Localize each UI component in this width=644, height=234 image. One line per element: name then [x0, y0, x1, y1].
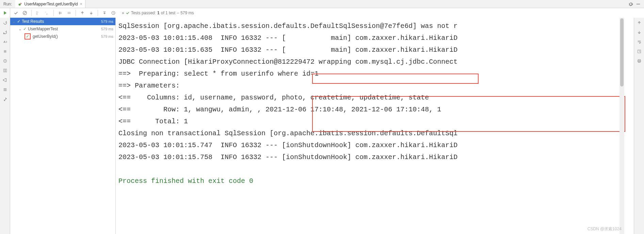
svg-rect-17 [3, 91, 6, 91]
svg-point-0 [19, 3, 21, 5]
tree-item-duration: 579 ms [101, 27, 113, 31]
svg-line-3 [24, 12, 26, 14]
svg-rect-15 [3, 89, 6, 89]
print-button[interactable] [635, 57, 643, 65]
stop-button[interactable] [1, 48, 9, 55]
run-tool-label: Run: [0, 2, 15, 6]
history-button[interactable] [110, 9, 117, 17]
tab-title: UserMapperTest.getUserById [24, 2, 78, 6]
scroll-end-button[interactable] [635, 48, 643, 55]
minimize-icon[interactable] [636, 2, 641, 6]
more-button[interactable] [1, 86, 9, 93]
check-icon: ✓ [26, 34, 29, 39]
console-text: creating a new SqlSession SqlSession [or… [118, 18, 457, 161]
svg-text:z: z [46, 13, 47, 15]
svg-rect-18 [638, 50, 641, 53]
svg-rect-14 [5, 69, 6, 72]
check-icon: ✓ [23, 27, 27, 31]
svg-text:9: 9 [36, 13, 38, 15]
chevron-down-icon: ⌄ [12, 19, 16, 24]
right-gutter [634, 18, 644, 234]
run-tab[interactable]: UserMapperTest.getUserById × [15, 0, 85, 8]
gear-icon[interactable] [628, 2, 633, 6]
test-status: » Tests passed: 1 of 1 test – 579 ms [122, 11, 194, 15]
tree-item-label: getUserById() [33, 34, 58, 39]
rerun-failed-button[interactable] [1, 29, 9, 36]
toolbar-row: 1↓9 ↓z » Tests passed: 1 of 1 test – 579… [0, 8, 644, 18]
svg-rect-10 [4, 50, 6, 53]
sort-alpha-button[interactable]: 1↓9 [34, 9, 42, 17]
up-button[interactable] [635, 19, 643, 27]
export-button[interactable] [101, 9, 108, 17]
collapse-all-button[interactable] [65, 9, 73, 17]
layout-button[interactable] [1, 67, 9, 74]
show-ignored-button[interactable] [21, 9, 29, 17]
sort-time-button[interactable]: ↓z [43, 9, 51, 17]
svg-text:↓: ↓ [45, 11, 46, 13]
svg-rect-16 [3, 90, 6, 90]
show-passed-button[interactable] [12, 9, 20, 17]
highlight-box: ✓ [25, 33, 31, 40]
check-icon [126, 11, 130, 15]
scrollbar-thumb[interactable] [620, 18, 624, 87]
tree-root[interactable]: ⌄ ✓ Test Results 579 ms [10, 18, 115, 25]
tab-bar: Run: UserMapperTest.getUserById × [0, 0, 644, 8]
down-button[interactable] [635, 29, 643, 36]
svg-point-12 [4, 61, 5, 62]
rerun-button[interactable] [1, 19, 9, 27]
next-occurrence-button[interactable] [87, 9, 95, 17]
tree-item-method[interactable]: ✓ getUserById() 579 ms [10, 33, 115, 40]
dump-threads-button[interactable] [1, 57, 9, 65]
tree-root-duration: 579 ms [101, 19, 113, 24]
prev-occurrence-button[interactable] [79, 9, 86, 17]
tab-close-button[interactable]: × [80, 2, 82, 6]
chevron-down-icon: ⌄ [18, 27, 22, 31]
toggle-auto-button[interactable] [1, 38, 9, 46]
console-output[interactable]: creating a new SqlSession SqlSession [or… [116, 18, 634, 234]
process-exit-text: Process finished with exit code 0 [118, 177, 253, 185]
exit-button[interactable] [1, 76, 9, 84]
watermark: CSDN @求索1024 [587, 226, 622, 232]
left-gutter [0, 18, 10, 234]
run-icon[interactable] [3, 11, 7, 15]
soft-wrap-button[interactable] [635, 38, 643, 46]
test-icon [18, 2, 22, 6]
pin-button[interactable] [1, 95, 9, 103]
svg-rect-1 [637, 4, 640, 4]
svg-point-9 [3, 33, 4, 34]
tree-item-label: UserMapperTest [28, 27, 58, 31]
check-icon: ✓ [17, 19, 20, 24]
tree-root-label: Test Results [22, 19, 44, 24]
svg-rect-13 [3, 69, 5, 72]
scrollbar-vertical[interactable] [619, 18, 624, 234]
tree-item-duration: 579 ms [101, 34, 113, 38]
expand-all-button[interactable] [57, 9, 64, 17]
test-tree: ⌄ ✓ Test Results 579 ms ⌄ ✓ UserMapperTe… [10, 18, 116, 234]
tree-item-class[interactable]: ⌄ ✓ UserMapperTest 579 ms [10, 25, 115, 33]
